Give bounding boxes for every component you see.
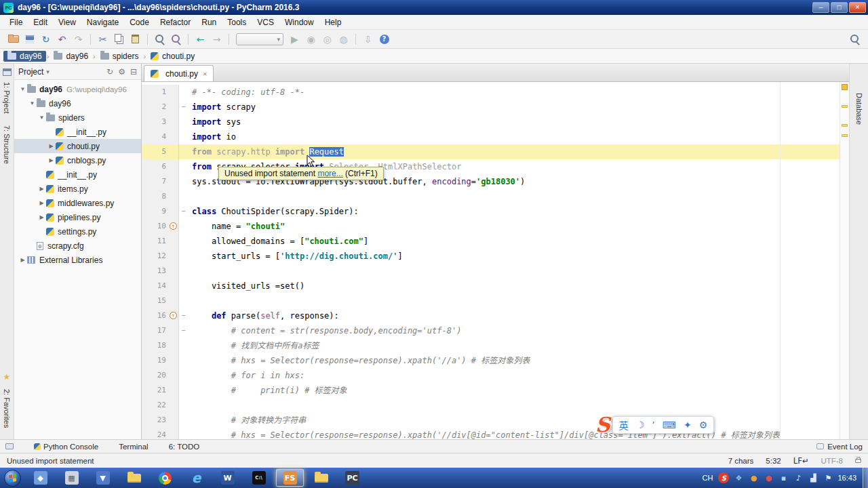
save-icon[interactable]: [22, 32, 37, 46]
warning-marker-3[interactable]: [842, 134, 848, 137]
tool-button-7-structure[interactable]: 7: Structure: [3, 125, 11, 164]
sync-project-icon[interactable]: ↻: [106, 67, 113, 77]
taskbar-folder[interactable]: [120, 469, 148, 487]
debug-icon[interactable]: ◉: [303, 32, 319, 46]
taskbar-capture[interactable]: FS: [276, 469, 304, 487]
menu-item-view[interactable]: View: [53, 16, 81, 28]
menu-item-refactor[interactable]: Refactor: [155, 16, 196, 28]
project-tree-item-spiders[interactable]: ▼spiders: [14, 110, 141, 125]
redo-icon[interactable]: ↷: [71, 32, 86, 46]
tray-orange-icon[interactable]: ●: [748, 472, 759, 483]
tree-collapsed-arrow-icon[interactable]: ▶: [47, 143, 56, 149]
line-text[interactable]: # hxs = Selector(response=response).xpat…: [188, 428, 840, 439]
chevron-down-icon[interactable]: ▾: [46, 68, 50, 75]
editor-code[interactable]: 1# -*- coding: utf-8 -*-2−import scrapy3…: [142, 82, 840, 439]
line-text[interactable]: # 找到文档中所有a标签: [188, 338, 840, 353]
project-tree-item-settings.py[interactable]: settings.py: [14, 224, 141, 239]
line-number[interactable]: 17: [142, 323, 179, 338]
breadcrumb-chouti.py-3[interactable]: chouti.py: [146, 51, 199, 62]
line-text[interactable]: [188, 293, 840, 308]
search-everywhere-icon[interactable]: [847, 32, 863, 46]
close-button[interactable]: ×: [849, 2, 866, 13]
open-icon[interactable]: [5, 32, 21, 46]
paste-icon[interactable]: [127, 32, 143, 46]
menu-item-tools[interactable]: Tools: [222, 16, 252, 28]
fold-marker[interactable]: −: [179, 308, 188, 323]
update-project-icon[interactable]: ⇩: [360, 32, 376, 46]
line-number[interactable]: 12: [142, 249, 179, 264]
line-text[interactable]: # hxs = Selector(response=response).xpat…: [188, 353, 840, 368]
line-number[interactable]: 11: [142, 234, 179, 249]
help-icon[interactable]: [376, 32, 392, 46]
tray-volume-icon[interactable]: ♪: [793, 472, 804, 483]
menu-item-window[interactable]: Window: [279, 16, 319, 28]
tray-sogou-icon[interactable]: S: [718, 472, 729, 483]
copy-icon[interactable]: [111, 32, 127, 46]
line-number[interactable]: 9: [142, 204, 179, 219]
taskbar-clock[interactable]: 16:43: [837, 474, 856, 482]
line-number[interactable]: 5: [142, 144, 179, 159]
file-encoding-indicator[interactable]: UTF-8: [821, 457, 843, 465]
forward-icon[interactable]: →: [209, 32, 224, 46]
line-text[interactable]: class ChoutiSpider(scrapy.Spider):: [188, 204, 840, 219]
override-marker-icon[interactable]: ↑: [170, 222, 177, 230]
run-icon[interactable]: ▶: [287, 32, 302, 46]
error-stripe[interactable]: [840, 82, 849, 439]
line-text[interactable]: def parse(self, response):: [188, 308, 840, 323]
settings-gear-icon[interactable]: ⚙: [118, 67, 125, 77]
project-panel-title[interactable]: Project: [18, 67, 43, 77]
project-tree-item-middlewares.py[interactable]: ▶middlewares.py: [14, 196, 141, 210]
taskbar-app-gray[interactable]: ▦: [58, 469, 85, 487]
line-number[interactable]: 21: [142, 383, 179, 398]
toolwindow-button-terminal[interactable]: Terminal: [119, 443, 148, 451]
tray-app-blue-icon[interactable]: ❖: [733, 472, 744, 483]
tray-network-icon[interactable]: ▟: [808, 472, 818, 483]
breadcrumb-day96-1[interactable]: day96: [50, 51, 92, 62]
maximize-button[interactable]: □: [831, 2, 848, 13]
line-text[interactable]: allowed_domains = ["chouti.com"]: [188, 234, 840, 249]
tree-collapsed-arrow-icon[interactable]: ▶: [37, 214, 46, 220]
toolwindow-button-event-log[interactable]: Event Log: [816, 443, 863, 451]
line-text[interactable]: # content = str(response.body,encoding='…: [188, 323, 840, 338]
ime-sparkle-icon[interactable]: ✦: [684, 420, 692, 430]
start-button[interactable]: [4, 470, 21, 487]
coverage-icon[interactable]: ◎: [319, 32, 335, 46]
line-text[interactable]: [188, 189, 840, 204]
taskbar-app-im[interactable]: ◆: [26, 469, 54, 487]
fold-marker[interactable]: −: [179, 100, 188, 115]
line-number[interactable]: 6: [142, 159, 179, 174]
line-number[interactable]: 18: [142, 338, 179, 353]
ime-keyboard-icon[interactable]: ⌨: [663, 420, 676, 430]
line-number[interactable]: 8: [142, 189, 179, 204]
ime-moon-icon[interactable]: ☽: [636, 420, 645, 430]
project-tree-item-chouti.py[interactable]: ▶chouti.py: [14, 139, 141, 153]
line-text[interactable]: from scrapy.http import Request: [188, 144, 840, 159]
line-number[interactable]: 10↑: [142, 219, 179, 234]
project-tree-item-cnblogs.py[interactable]: ▶cnblogs.py: [14, 153, 141, 167]
fold-marker[interactable]: −: [179, 204, 188, 219]
breadcrumb-day96-0[interactable]: day96: [3, 51, 46, 62]
project-tree-item-init-.py[interactable]: __init__.py: [14, 167, 141, 182]
ime-punct-icon[interactable]: ’: [652, 420, 654, 430]
run-config-select[interactable]: [236, 33, 283, 45]
line-text[interactable]: # -*- coding: utf-8 -*-: [188, 85, 840, 100]
minimize-button[interactable]: –: [812, 2, 829, 13]
ime-lang-icon[interactable]: 英: [619, 418, 629, 432]
project-tree-item-day96[interactable]: ▼day96: [14, 96, 141, 110]
menu-item-run[interactable]: Run: [196, 16, 222, 28]
line-number[interactable]: 14: [142, 279, 179, 293]
line-number[interactable]: 19: [142, 353, 179, 368]
tab-close-icon[interactable]: ×: [203, 70, 207, 78]
replace-icon[interactable]: [168, 32, 184, 46]
tray-lang-indicator[interactable]: CH: [701, 474, 715, 482]
tool-button-database[interactable]: Database: [855, 93, 863, 125]
back-icon[interactable]: ←: [193, 32, 208, 46]
ime-toolbox-icon[interactable]: ⚙: [699, 420, 708, 430]
line-number[interactable]: 15: [142, 293, 179, 308]
line-text[interactable]: # for i in hxs:: [188, 368, 840, 383]
line-separator-indicator[interactable]: LF↵: [793, 456, 809, 466]
line-number[interactable]: 24: [142, 428, 179, 439]
line-number[interactable]: 23: [142, 413, 179, 428]
project-tree-item-day96[interactable]: ▼day96G:\wupeiqi\day96: [14, 82, 141, 96]
caret-position[interactable]: 5:32: [766, 457, 781, 465]
